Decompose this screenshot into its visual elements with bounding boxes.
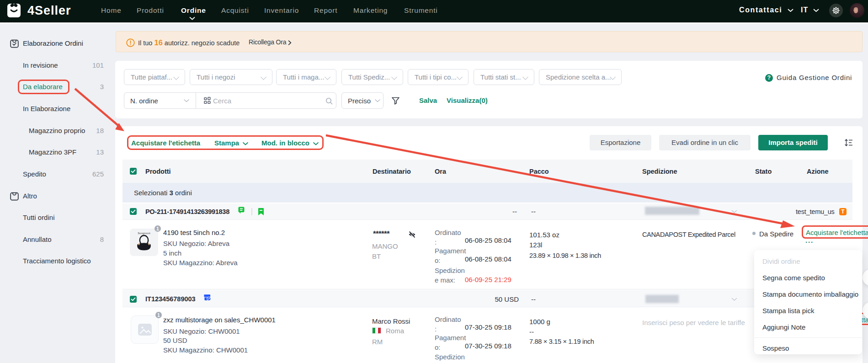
svg-text:Songmont: Songmont — [138, 232, 150, 235]
